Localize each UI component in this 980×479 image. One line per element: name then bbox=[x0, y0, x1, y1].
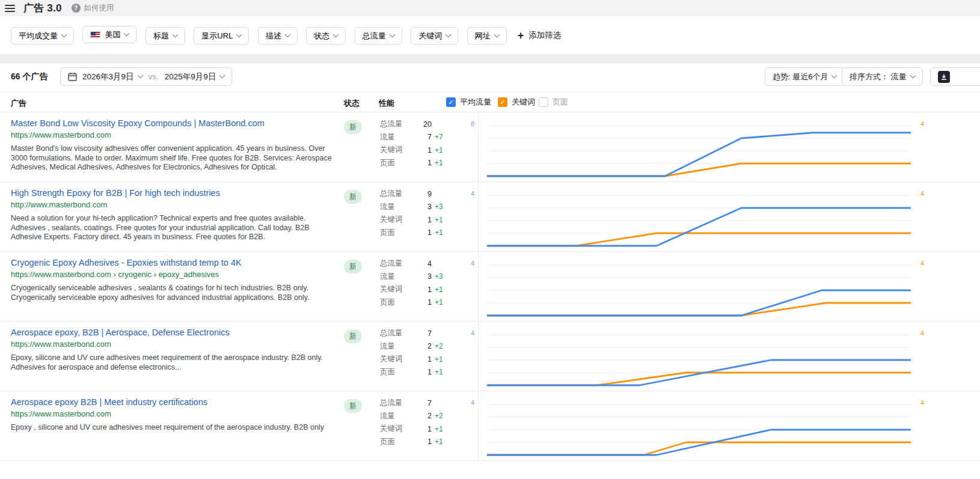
ad-title-link[interactable]: Master Bond Low Viscosity Epoxy Compound… bbox=[11, 117, 338, 129]
ad-title-link[interactable]: Cryogenic Epoxy Adhesives - Epoxies with… bbox=[11, 257, 338, 269]
filter-chip[interactable]: 总流量 bbox=[355, 27, 402, 44]
metric-label: 页面 bbox=[380, 158, 412, 168]
ad-title-link[interactable]: Aerospace epoxy, B2B | Aerospace, Defens… bbox=[11, 326, 338, 338]
metric-pages: 页面 1 +1 bbox=[380, 366, 476, 379]
traffic-trend-chart[interactable] bbox=[487, 120, 911, 178]
column-header-ad: 广告 bbox=[11, 98, 26, 109]
right-axis-max: 4 bbox=[920, 399, 924, 406]
filter-chip-label: 描述 bbox=[266, 31, 281, 41]
metric-delta: +1 bbox=[435, 228, 443, 237]
ad-description: Master Bond's low viscosity adhesives of… bbox=[11, 144, 338, 172]
left-axis-max: 8 bbox=[459, 120, 474, 127]
chevron-down-icon bbox=[446, 32, 452, 38]
status-badge: 新 bbox=[344, 120, 362, 134]
metric-keywords: 关键词 1 +1 bbox=[380, 423, 476, 436]
filter-chip-label: 网址 bbox=[475, 31, 491, 41]
toggle-keywords[interactable]: ✓ 关键词 bbox=[498, 97, 535, 108]
ads-count: 66 个广告 bbox=[11, 72, 47, 82]
filter-chip[interactable]: 标题 bbox=[145, 27, 185, 44]
filter-chip[interactable]: 美国 bbox=[82, 26, 136, 43]
chevron-down-icon bbox=[284, 32, 290, 38]
traffic-trend-chart[interactable] bbox=[487, 398, 911, 457]
metric-label: 关键词 bbox=[380, 215, 412, 225]
trend-chart-cell: 4 4 bbox=[478, 189, 923, 249]
chevron-down-icon bbox=[172, 32, 178, 38]
right-axis-max: 4 bbox=[920, 329, 924, 337]
how-to-use-link[interactable]: ? 如何使用 bbox=[72, 3, 114, 13]
ad-title-link[interactable]: High Strength Epoxy for B2B | For high t… bbox=[11, 187, 338, 199]
column-divider bbox=[478, 112, 479, 461]
ad-title-link[interactable]: Aerospace epoxy B2B | Meet industry cert… bbox=[11, 396, 338, 408]
filter-chip[interactable]: 关键词 bbox=[411, 27, 458, 44]
status-badge: 新 bbox=[344, 399, 362, 413]
metric-delta: +3 bbox=[435, 203, 443, 211]
chevron-down-icon bbox=[236, 32, 242, 38]
metric-value: 1 bbox=[412, 298, 432, 307]
metric-label: 流量 bbox=[380, 411, 412, 421]
metric-value: 1 bbox=[412, 285, 432, 294]
export-icon bbox=[938, 71, 950, 83]
results-toolbar: 66 个广告 2026年3月9日 vs. 2025年9月9日 趋势: 最近6个月 bbox=[0, 64, 980, 91]
chevron-down-icon bbox=[910, 73, 916, 79]
date-range-picker[interactable]: 2026年3月9日 vs. 2025年9月9日 bbox=[60, 67, 232, 86]
date-primary[interactable]: 2026年3月9日 bbox=[82, 72, 134, 82]
trend-range-button[interactable]: 趋势: 最近6个月 bbox=[765, 67, 844, 86]
add-filter-label: 添加筛选 bbox=[528, 30, 561, 41]
ad-display-url: https://www.masterbond.com bbox=[11, 130, 338, 141]
sort-label: 排序方式： 流量 bbox=[850, 72, 907, 82]
metric-value: 4 bbox=[412, 260, 432, 268]
filter-chip[interactable]: 状态 bbox=[306, 27, 346, 44]
metric-keywords: 关键词 1 +1 bbox=[380, 144, 476, 157]
ad-copy: Aerospace epoxy, B2B | Aerospace, Defens… bbox=[11, 326, 338, 372]
add-filter-button[interactable]: + 添加筛选 bbox=[518, 30, 562, 41]
sort-by-button[interactable]: 排序方式： 流量 bbox=[842, 67, 923, 86]
metric-value: 2 bbox=[412, 412, 432, 420]
filter-chip[interactable]: 平均成交量 bbox=[11, 27, 74, 44]
metric-value: 1 bbox=[412, 368, 432, 376]
date-compare[interactable]: 2025年9月9日 bbox=[165, 72, 216, 82]
metric-label: 关键词 bbox=[380, 424, 412, 434]
section-divider bbox=[0, 55, 980, 64]
table-header: 广告 状态 性能 ✓ 平均流量 ✓ 关键词 页面 bbox=[0, 91, 980, 112]
traffic-trend-chart[interactable] bbox=[487, 189, 911, 248]
top-bar: 广告 3.0 ? 如何使用 bbox=[0, 0, 980, 16]
column-header-status: 状态 bbox=[344, 98, 360, 109]
metric-delta: +1 bbox=[435, 438, 443, 446]
chevron-down-icon bbox=[219, 73, 225, 79]
status-badge: 新 bbox=[344, 190, 362, 204]
filter-chip[interactable]: 网址 bbox=[467, 27, 507, 44]
filter-chip[interactable]: 描述 bbox=[258, 27, 298, 44]
metric-value: 20 bbox=[412, 120, 432, 129]
metric-traffic: 流量 2 +2 bbox=[380, 410, 476, 423]
filter-chip-label: 关键词 bbox=[418, 31, 442, 41]
status-badge: 新 bbox=[344, 329, 362, 343]
left-axis-max: 4 bbox=[459, 190, 474, 197]
us-flag-icon bbox=[90, 31, 100, 38]
toggle-pages[interactable]: 页面 bbox=[539, 97, 568, 108]
ad-row: Aerospace epoxy, B2B | Aerospace, Defens… bbox=[0, 321, 980, 391]
toggle-label: 关键词 bbox=[512, 97, 535, 108]
results-panel: 66 个广告 2026年3月9日 vs. 2025年9月9日 趋势: 最近6个月 bbox=[0, 64, 980, 479]
left-axis-max: 4 bbox=[459, 260, 474, 267]
left-axis-max: 4 bbox=[459, 399, 474, 406]
metric-value: 1 bbox=[412, 425, 432, 433]
traffic-trend-chart[interactable] bbox=[487, 329, 911, 388]
menu-icon[interactable] bbox=[5, 5, 15, 12]
export-button[interactable] bbox=[930, 67, 980, 86]
traffic-trend-chart[interactable] bbox=[487, 259, 911, 318]
chevron-down-icon bbox=[389, 32, 395, 38]
metric-value: 1 bbox=[412, 146, 432, 154]
ad-copy: High Strength Epoxy for B2B | For high t… bbox=[11, 187, 338, 242]
ad-display-url: http://www.masterbond.com bbox=[11, 200, 338, 210]
plus-icon: + bbox=[518, 30, 524, 41]
toggle-avg-traffic[interactable]: ✓ 平均流量 bbox=[446, 97, 491, 108]
metric-pages: 页面 1 +1 bbox=[380, 157, 476, 170]
ad-row: Cryogenic Epoxy Adhesives - Epoxies with… bbox=[0, 251, 980, 321]
ads-list: Master Bond Low Viscosity Epoxy Compound… bbox=[0, 112, 980, 460]
status-badge: 新 bbox=[344, 260, 362, 273]
chevron-down-icon bbox=[124, 31, 130, 37]
filter-chip[interactable]: 显示URL bbox=[194, 27, 249, 44]
metric-label: 总流量 bbox=[380, 328, 412, 338]
right-axis-max: 4 bbox=[920, 120, 924, 127]
checkbox-checked-icon: ✓ bbox=[446, 97, 456, 107]
